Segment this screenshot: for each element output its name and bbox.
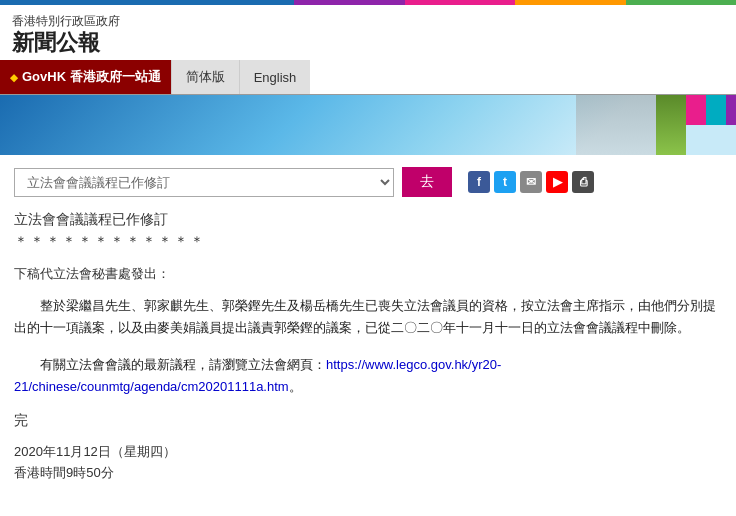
- govhk-label: GovHK 香港政府一站通: [22, 68, 161, 86]
- search-bar: 立法會會議議程已作修訂 去 f t ✉ ▶ ⎙: [14, 167, 722, 197]
- article-title: 立法會會議議程已作修訂: [14, 211, 722, 229]
- body2-suffix: 。: [289, 379, 302, 394]
- govhk-button[interactable]: ◆ GovHK 香港政府一站通: [0, 60, 171, 94]
- social-icons: f t ✉ ▶ ⎙: [468, 171, 594, 193]
- email-icon[interactable]: ✉: [520, 171, 542, 193]
- banner: [0, 95, 736, 155]
- top-header: 香港特別行政區政府 新聞公報: [0, 5, 736, 60]
- banner-decor-pink: [686, 95, 706, 125]
- print-icon[interactable]: ⎙: [572, 171, 594, 193]
- simplified-chinese-button[interactable]: 简体版: [171, 60, 239, 94]
- content: 立法會會議議程已作修訂 去 f t ✉ ▶ ⎙ 立法會會議議程已作修訂 ＊＊＊＊…: [0, 155, 736, 495]
- youtube-icon[interactable]: ▶: [546, 171, 568, 193]
- eng-label: English: [254, 70, 297, 85]
- stars-divider: ＊＊＊＊＊＊＊＊＊＊＊＊: [14, 233, 722, 251]
- body2-prefix: 有關立法會會議的最新議程，請瀏覽立法會網頁：: [40, 357, 326, 372]
- simp-label: 简体版: [186, 68, 225, 86]
- topic-dropdown[interactable]: 立法會會議議程已作修訂: [14, 168, 394, 197]
- banner-decor-teal: [706, 95, 726, 125]
- date-line: 2020年11月12日（星期四）: [14, 442, 722, 463]
- diamond-icon: ◆: [10, 72, 18, 83]
- subtitle: 下稿代立法會秘書處發出：: [14, 265, 722, 283]
- body-paragraph-2: 有關立法會會議的最新議程，請瀏覽立法會網頁：https://www.legco.…: [14, 354, 722, 398]
- main-title: 新聞公報: [12, 30, 724, 56]
- time-line: 香港時間9時50分: [14, 463, 722, 484]
- body-paragraph-1: 整於梁繼昌先生、郭家麒先生、郭榮鏗先生及楊岳橋先生已喪失立法會議員的資格，按立法…: [14, 295, 722, 339]
- english-button[interactable]: English: [239, 60, 311, 94]
- end-marker: 完: [14, 412, 722, 430]
- nav-bar: ◆ GovHK 香港政府一站通 简体版 English: [0, 60, 736, 94]
- banner-decor-gray: [576, 95, 656, 155]
- facebook-icon[interactable]: f: [468, 171, 490, 193]
- banner-decor-purple: [726, 95, 736, 125]
- go-button[interactable]: 去: [402, 167, 452, 197]
- nav-container: ◆ GovHK 香港政府一站通 简体版 English: [0, 60, 736, 95]
- banner-decor-green: [656, 95, 686, 155]
- twitter-icon[interactable]: t: [494, 171, 516, 193]
- gov-title: 香港特別行政區政府: [12, 13, 724, 30]
